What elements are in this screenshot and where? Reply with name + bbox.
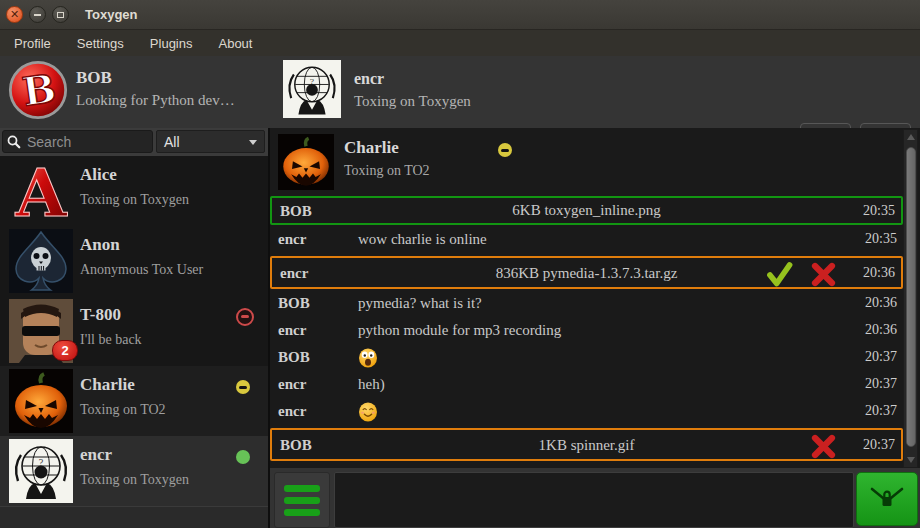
- chat-menu-button[interactable]: [274, 472, 330, 528]
- scrollbar-thumb[interactable]: [906, 147, 916, 447]
- search-box: [2, 130, 153, 153]
- message-sender: encr: [278, 231, 306, 248]
- svg-text:A: A: [14, 159, 67, 223]
- preview-contact-avatar: [278, 134, 334, 190]
- menu-plugins[interactable]: Plugins: [138, 32, 205, 55]
- contact-item-encr[interactable]: ? encr Toxing on Toxygen: [0, 436, 268, 506]
- away-status-icon: [498, 143, 512, 157]
- message-time: 20:37: [863, 437, 895, 453]
- transfer-actions: [810, 433, 837, 460]
- header: B BOB Looking for Python dev… ? encr Tox…: [0, 56, 920, 128]
- spade-skull-avatar: [9, 229, 73, 293]
- contact-status-message: Anonymous Tox User: [80, 262, 203, 278]
- window-title: Toxygen: [85, 7, 138, 22]
- pumpkin-avatar: [9, 369, 73, 433]
- message-sender: BOB: [278, 295, 310, 312]
- contact-name: Charlie: [80, 375, 135, 395]
- message-sender: encr: [278, 376, 306, 393]
- anonymous-avatar: ?: [9, 439, 73, 503]
- message-input[interactable]: [334, 472, 854, 528]
- menu-profile[interactable]: Profile: [2, 32, 63, 55]
- hamburger-icon: [284, 485, 320, 492]
- busy-status-icon: [236, 308, 254, 326]
- message-time: 20:36: [863, 265, 895, 281]
- contact-name: T-800: [80, 305, 121, 325]
- shocked-emoji: [358, 348, 378, 368]
- contact-status-message: Toxing on TO2: [80, 402, 166, 418]
- contact-item-anon[interactable]: Anon Anonymous Tox User: [0, 226, 268, 296]
- sidebar-footer: [0, 506, 268, 528]
- message-sender: encr: [278, 403, 306, 420]
- contact-name: encr: [80, 445, 112, 465]
- message-time: 20:37: [865, 349, 897, 365]
- message-time: 20:37: [865, 403, 897, 419]
- preview-contact-name: Charlie: [344, 138, 399, 158]
- active-contact-avatar: ?: [283, 60, 341, 118]
- message-row: encr wow charlie is online 20:35: [270, 227, 903, 254]
- sidebar-search-row: All: [0, 128, 268, 156]
- search-input[interactable]: [25, 133, 152, 151]
- chevron-down-icon: [249, 140, 257, 145]
- self-avatar[interactable]: B: [8, 60, 68, 120]
- toxygen-window: ✕ Toxygen Profile Settings Plugins About…: [0, 0, 920, 528]
- scroll-up-arrow[interactable]: [904, 130, 917, 144]
- message-row: BOB 6KB toxygen_inline.png 20:35: [270, 196, 903, 225]
- active-contact-status-message: Toxing on Toxygen: [354, 93, 471, 110]
- minimize-button[interactable]: [29, 6, 46, 23]
- message-sender: BOB: [278, 349, 310, 366]
- self-name: BOB: [76, 68, 112, 88]
- preview-contact-status-message: Toxing on TO2: [344, 163, 430, 179]
- transfer-actions: [766, 261, 837, 288]
- search-icon: [7, 135, 21, 149]
- contact-name: Anon: [80, 235, 120, 255]
- maximize-button[interactable]: [52, 6, 69, 23]
- accept-transfer-button[interactable]: [766, 261, 793, 288]
- message-row: BOB 1KB spinner.gif 20:37: [270, 428, 903, 461]
- message-time: 20:35: [863, 203, 895, 219]
- message-row: BOB 20:37: [270, 345, 903, 372]
- message-body: python module for mp3 recording: [358, 322, 561, 339]
- message-row: encr 836KB pymedia-1.3.7.3.tar.gz 20:36: [270, 256, 903, 289]
- titlebar: ✕ Toxygen: [0, 0, 920, 30]
- chat-scrollbar[interactable]: [903, 129, 918, 468]
- contact-name: Alice: [80, 165, 117, 185]
- message-row: BOB pymedia? what is it? 20:36: [270, 291, 903, 318]
- contact-filter-dropdown[interactable]: All: [156, 130, 265, 153]
- message-body: pymedia? what is it?: [358, 295, 482, 312]
- send-message-button[interactable]: [856, 472, 918, 526]
- contact-filter-value: All: [164, 134, 180, 150]
- letter-a-avatar: A: [9, 159, 73, 223]
- contact-list: A Alice Toxing on Toxygen Anon Anonymous…: [0, 156, 268, 506]
- svg-text:B: B: [19, 65, 58, 115]
- scroll-down-arrow[interactable]: [904, 453, 917, 467]
- menu-settings[interactable]: Settings: [65, 32, 136, 55]
- message-time: 20:36: [865, 322, 897, 338]
- online-status-icon: [236, 450, 250, 464]
- contact-status-message: Toxing on Toxygen: [80, 472, 189, 488]
- close-icon: ✕: [10, 9, 19, 20]
- message-body: 6KB toxygen_inline.png: [272, 202, 901, 219]
- decline-transfer-button[interactable]: [810, 261, 837, 288]
- message-body: heh): [358, 376, 385, 393]
- decline-transfer-button[interactable]: [810, 433, 837, 460]
- minimize-icon: [34, 14, 41, 16]
- message-sender: encr: [278, 322, 306, 339]
- message-time: 20:36: [865, 295, 897, 311]
- contact-item-t-800[interactable]: T-800 I'll be back 2: [0, 296, 268, 366]
- contact-item-charlie[interactable]: Charlie Toxing on TO2: [0, 366, 268, 436]
- contact-status-message: I'll be back: [80, 332, 142, 348]
- contact-status-message: Toxing on Toxygen: [80, 192, 189, 208]
- close-button[interactable]: ✕: [6, 6, 23, 23]
- maximize-icon: [57, 12, 64, 18]
- contact-item-alice[interactable]: A Alice Toxing on Toxygen: [0, 156, 268, 226]
- message-input-bar: [268, 468, 920, 528]
- menu-bar: Profile Settings Plugins About: [0, 30, 920, 56]
- message-row: encr heh) 20:37: [270, 372, 903, 399]
- message-time: 20:37: [865, 376, 897, 392]
- message-body: wow charlie is online: [358, 231, 487, 248]
- message-body: 1KB spinner.gif: [272, 437, 901, 454]
- inline-image-preview: Charlie Toxing on TO2: [270, 132, 903, 190]
- menu-about[interactable]: About: [206, 32, 264, 55]
- message-row: encr 20:37: [270, 399, 903, 426]
- message-list: Charlie Toxing on TO2 BOB 6KB toxygen_in…: [270, 130, 903, 463]
